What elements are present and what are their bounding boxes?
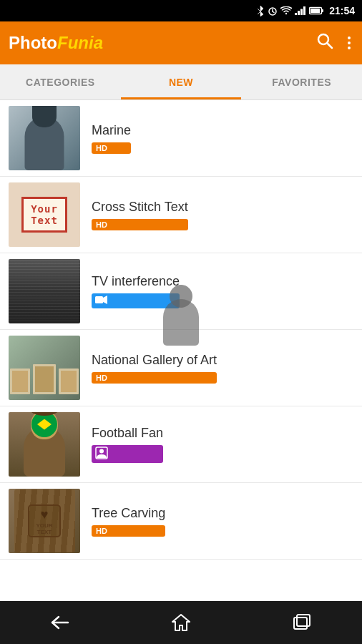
recents-icon bbox=[293, 613, 311, 632]
home-icon bbox=[171, 613, 191, 632]
home-button[interactable] bbox=[160, 608, 202, 637]
item-thumbnail-tvinterference bbox=[9, 259, 80, 323]
bottom-navigation bbox=[0, 601, 362, 644]
svg-marker-17 bbox=[172, 615, 190, 630]
svg-rect-19 bbox=[297, 615, 310, 626]
back-button[interactable] bbox=[39, 608, 82, 637]
item-thumbnail-footballfan bbox=[9, 412, 80, 477]
back-icon bbox=[50, 615, 70, 630]
svg-rect-18 bbox=[294, 618, 307, 629]
list-item[interactable]: TV interference bbox=[0, 253, 362, 330]
content-list: Marine HD Your Text Cross Stitch Text HD bbox=[0, 100, 362, 601]
recents-button[interactable] bbox=[280, 608, 323, 637]
